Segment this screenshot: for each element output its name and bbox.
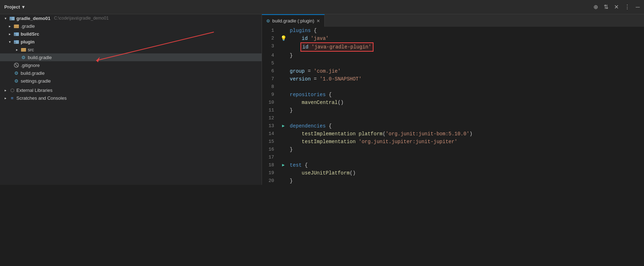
arrow-scratches — [3, 95, 8, 100]
tab-gradle-icon: ⚙ — [266, 19, 270, 24]
line-content-2: id 'java' — [287, 35, 644, 42]
gitignore-icon — [14, 62, 19, 68]
gutter-18: ▶ — [280, 161, 287, 169]
line-content-15: testImplementation 'org.junit.jupiter:ju… — [287, 138, 644, 146]
run-icon-18[interactable]: ▶ — [282, 161, 284, 169]
line-content-6: group = 'com.jie' — [287, 67, 644, 75]
arrow-src — [14, 47, 19, 52]
line-num-17: 17 — [262, 153, 280, 161]
line-content-16: } — [287, 146, 644, 153]
minimize-icon[interactable]: ─ — [636, 4, 640, 10]
tree-item-gitignore[interactable]: .gitignore — [0, 61, 262, 69]
line-content-18: test { — [287, 161, 644, 169]
line-num-19: 19 — [262, 169, 280, 177]
line-content-19: useJUnitPlatform() — [287, 169, 644, 177]
arrow-gradle — [7, 24, 12, 28]
code-line-20: 20 } — [262, 177, 644, 185]
code-line-13: 13 ▶ dependencies { — [262, 122, 644, 130]
line-num-12: 12 — [262, 114, 280, 122]
arrow-external-libs — [3, 88, 8, 93]
code-line-5: 5 — [262, 59, 644, 67]
editor-tabs: ⚙ build.gradle (:plugin) ✕ — [262, 14, 644, 27]
svg-rect-12 — [15, 42, 15, 43]
arrow-buildsrc — [7, 31, 12, 36]
project-sidebar: gradle_demo01 C:\code\java\gradle_demo01… — [0, 14, 262, 185]
gradle-icon-settings: ⚙ — [14, 78, 19, 84]
svg-rect-10 — [14, 40, 16, 41]
folder-icon-src — [21, 47, 26, 52]
code-line-6: 6 group = 'com.jie' — [262, 67, 644, 75]
line-content-13: dependencies { — [287, 122, 644, 130]
external-libs-label: External Libraries — [16, 88, 52, 93]
code-line-11: 11 } — [262, 106, 644, 114]
arrow-root — [3, 16, 8, 21]
code-line-4: 4 } — [262, 52, 644, 59]
tab-label: build.gradle (:plugin) — [272, 18, 314, 24]
tree-item-root[interactable]: gradle_demo01 C:\code\java\gradle_demo01 — [0, 14, 262, 22]
svg-rect-3 — [10, 19, 11, 20]
gradle-folder-label: .gradle — [21, 24, 35, 29]
tree-item-buildsrc[interactable]: buildSrc — [0, 30, 262, 38]
line-num-4: 4 — [262, 52, 280, 59]
sort-icon[interactable]: ⇅ — [604, 4, 608, 10]
gradle-icon-build: ⚙ — [21, 54, 26, 60]
line-num-9: 9 — [262, 91, 280, 99]
line-num-11: 11 — [262, 106, 280, 114]
toolbar-icons: ⊕ ⇅ ✕ ⋮ ─ — [593, 4, 640, 10]
app-container: Project ▾ ⊕ ⇅ ✕ ⋮ ─ — [0, 0, 644, 185]
code-line-17: 17 — [262, 153, 644, 161]
tree-item-src[interactable]: src — [0, 46, 262, 53]
code-editor[interactable]: 1 plugins { 2 💡 id 'java' 3 id 'java-gra… — [262, 27, 644, 185]
line-content-10: mavenCentral() — [287, 99, 644, 106]
tab-build-gradle-plugin[interactable]: ⚙ build.gradle (:plugin) ✕ — [262, 14, 325, 27]
project-title-area[interactable]: Project ▾ — [4, 4, 25, 10]
tree-item-external-libs[interactable]: ⬡ External Libraries — [0, 86, 262, 94]
tab-close-button[interactable]: ✕ — [316, 19, 320, 24]
code-line-2: 2 💡 id 'java' — [262, 35, 644, 42]
main-layout: gradle_demo01 C:\code\java\gradle_demo01… — [0, 14, 644, 185]
code-line-7: 7 version = '1.0-SNAPSHOT' — [262, 75, 644, 83]
line-num-14: 14 — [262, 130, 280, 138]
arrow-plugin — [7, 39, 12, 44]
tree-item-gradle[interactable]: .gradle — [0, 22, 262, 30]
line-num-6: 6 — [262, 67, 280, 75]
root-path: C:\code\java\gradle_demo01 — [54, 16, 108, 21]
line-content-11: } — [287, 106, 644, 114]
folder-module-icon-buildsrc — [14, 31, 19, 37]
tree-item-build-gradle-plugin[interactable]: ⚙ build.gradle — [0, 53, 262, 61]
code-line-1: 1 plugins { — [262, 27, 644, 35]
tree-item-scratches[interactable]: ≡ Scratches and Consoles — [0, 94, 262, 102]
close-icon[interactable]: ✕ — [614, 4, 619, 10]
gutter-13: ▶ — [280, 122, 287, 130]
src-label: src — [28, 47, 34, 52]
folder-icon-gradle — [14, 23, 19, 29]
build-gradle-root-label: build.gradle — [21, 71, 45, 76]
line-num-16: 16 — [262, 146, 280, 153]
svg-rect-6 — [14, 32, 16, 33]
add-icon[interactable]: ⊕ — [593, 4, 598, 10]
folder-module-icon — [9, 15, 15, 21]
tree-item-settings-gradle[interactable]: ⚙ settings.gradle — [0, 77, 262, 85]
line-num-5: 5 — [262, 59, 280, 67]
line-num-8: 8 — [262, 83, 280, 91]
line-num-2: 2 — [262, 35, 280, 42]
svg-rect-8 — [15, 35, 15, 35]
line-content-7: version = '1.0-SNAPSHOT' — [287, 75, 644, 83]
line-num-7: 7 — [262, 75, 280, 83]
folder-module-icon-plugin — [14, 39, 19, 45]
code-line-16: 16 } — [262, 146, 644, 153]
line-num-20: 20 — [262, 177, 280, 185]
scratches-label: Scratches and Consoles — [16, 95, 67, 101]
bulb-icon[interactable]: 💡 — [280, 35, 287, 42]
more-icon[interactable]: ⋮ — [624, 4, 630, 10]
scratches-icon: ≡ — [9, 95, 15, 101]
libs-icon: ⬡ — [9, 87, 15, 93]
line-num-15: 15 — [262, 138, 280, 146]
line-content-4: } — [287, 52, 644, 59]
line-num-3: 3 — [262, 42, 280, 50]
project-title-label: Project — [4, 4, 20, 10]
tree-item-build-gradle-root[interactable]: ⚙ build.gradle — [0, 69, 262, 77]
tree-item-plugin[interactable]: plugin — [0, 38, 262, 46]
buildsrc-label: buildSrc — [21, 31, 39, 37]
run-icon-13[interactable]: ▶ — [282, 122, 284, 130]
